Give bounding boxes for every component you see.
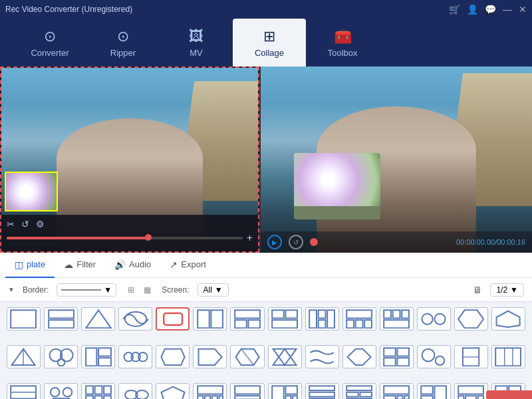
svg-rect-47 (398, 358, 410, 366)
template-34[interactable] (193, 383, 227, 399)
svg-rect-65 (94, 396, 102, 399)
template-7[interactable] (230, 307, 264, 331)
svg-rect-85 (346, 386, 372, 390)
border-select[interactable]: ▼ (57, 283, 116, 297)
cart-icon[interactable]: 🛒 (449, 4, 460, 15)
left-video-panel: ✂ ↺ ⚙ + (0, 66, 259, 253)
template-30[interactable] (44, 383, 78, 399)
record-dot (310, 238, 318, 246)
template-1[interactable] (7, 307, 41, 331)
grid-pattern-1[interactable]: ⊞ (124, 283, 138, 297)
right-controls: ▶ ↺ 00:00:00.00/00:00:16 (261, 231, 532, 253)
title-bar: Rec Video Converter (Unregistered) 🛒 👤 💬… (0, 0, 532, 19)
grid-icons: ⊞ ▦ (124, 283, 154, 297)
template-20[interactable] (193, 345, 227, 368)
tab-filter-label: Filter (76, 259, 96, 269)
template-3[interactable] (81, 307, 115, 331)
user-icon[interactable]: 👤 (467, 4, 478, 15)
template-33[interactable] (156, 383, 190, 399)
ripper-label: Ripper (110, 48, 136, 58)
template-13[interactable] (454, 307, 488, 331)
template-15[interactable] (7, 345, 41, 368)
template-29[interactable] (7, 383, 41, 399)
nav-collage[interactable]: ⊞ Collage (233, 19, 306, 66)
template-39[interactable] (380, 383, 414, 399)
progress-fill (7, 237, 148, 239)
template-35[interactable] (230, 383, 264, 399)
template-23[interactable] (305, 345, 339, 368)
template-25[interactable] (380, 345, 414, 368)
tab-filter[interactable]: ☁ Filter (55, 253, 105, 278)
ratio-dropdown-arrow: ▼ (510, 285, 518, 295)
svg-rect-5 (164, 313, 182, 325)
cut-icon[interactable]: ✂ (7, 219, 15, 229)
svg-rect-78 (272, 386, 284, 399)
template-2[interactable] (44, 307, 78, 331)
template-38[interactable] (342, 383, 376, 399)
template-9[interactable] (305, 307, 339, 331)
ratio-select[interactable]: 1/2 ▼ (490, 283, 524, 297)
nav-toolbox[interactable]: 🧰 Toolbox (306, 19, 379, 66)
svg-rect-89 (384, 386, 409, 394)
template-28[interactable] (491, 345, 525, 368)
template-19[interactable] (156, 345, 190, 368)
template-10[interactable] (342, 307, 376, 331)
template-12[interactable] (417, 307, 451, 331)
template-37[interactable] (305, 383, 339, 399)
tab-template[interactable]: ◫ plate (5, 253, 55, 278)
template-18[interactable] (118, 345, 152, 368)
grid-pattern-2[interactable]: ▦ (140, 283, 154, 297)
template-32[interactable] (118, 383, 152, 399)
tab-export[interactable]: ↗ Export (160, 253, 215, 278)
border-line-preview (61, 289, 101, 291)
svg-rect-80 (285, 396, 291, 399)
template-17[interactable] (81, 345, 115, 368)
template-27[interactable] (454, 345, 488, 368)
template-26[interactable] (417, 345, 451, 368)
svg-point-33 (57, 358, 65, 366)
template-21[interactable] (230, 345, 264, 368)
progress-track[interactable] (7, 237, 243, 239)
minimize-icon[interactable]: — (503, 4, 512, 15)
template-5-selected[interactable] (156, 307, 190, 331)
toolbox-label: Toolbox (328, 48, 358, 58)
template-4[interactable] (118, 307, 152, 331)
template-8[interactable] (268, 307, 302, 331)
template-36[interactable] (268, 383, 302, 399)
undo-icon[interactable]: ↺ (21, 219, 29, 229)
template-11[interactable] (380, 307, 414, 331)
svg-point-48 (422, 348, 435, 361)
loop-button[interactable]: ↺ (289, 235, 303, 249)
nav-mv[interactable]: 🖼 MV (160, 19, 233, 66)
template-40[interactable] (417, 383, 451, 399)
export-button[interactable]: Exp... (486, 390, 532, 399)
template-16[interactable] (44, 345, 78, 368)
screen-select[interactable]: All ▼ (198, 283, 229, 297)
template-14[interactable] (491, 307, 525, 331)
thumbnail-overlay[interactable] (5, 172, 58, 211)
svg-rect-100 (478, 396, 483, 399)
svg-rect-44 (384, 348, 396, 356)
svg-rect-6 (198, 310, 209, 328)
close-icon[interactable]: ✕ (519, 4, 527, 15)
window-controls[interactable]: 🛒 👤 💬 — ✕ (449, 4, 527, 15)
template-41[interactable] (454, 383, 488, 399)
tab-audio[interactable]: 🔊 Audio (105, 253, 160, 278)
nav-ripper[interactable]: ⊙ Ripper (86, 19, 160, 66)
play-button[interactable]: ▶ (267, 235, 282, 249)
template-6[interactable] (193, 307, 227, 331)
mv-icon: 🖼 (189, 28, 203, 45)
progress-bar-container: + (7, 232, 253, 244)
add-clip-button[interactable]: + (247, 232, 253, 244)
template-22[interactable] (268, 345, 302, 368)
template-24[interactable] (342, 345, 376, 368)
filter-icon: ☁ (64, 259, 73, 270)
svg-marker-41 (273, 348, 296, 364)
svg-line-40 (241, 348, 254, 364)
nav-converter[interactable]: ⊙ Converter (13, 19, 86, 66)
svg-rect-34 (86, 348, 96, 366)
chat-icon[interactable]: 💬 (485, 4, 496, 15)
template-31[interactable] (81, 383, 115, 399)
dropdown-arrow[interactable]: ▼ (8, 286, 15, 293)
settings-icon[interactable]: ⚙ (36, 219, 45, 229)
